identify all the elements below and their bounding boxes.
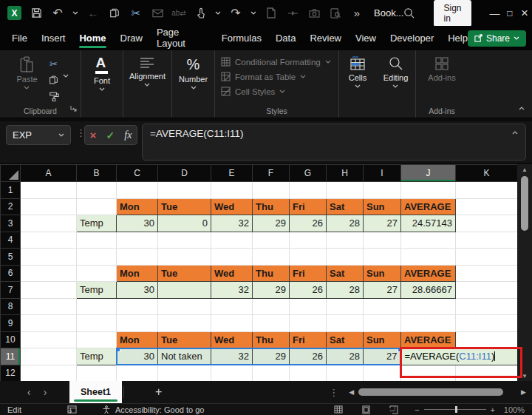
cell-F7[interactable]: 29 xyxy=(253,282,290,299)
sign-in-button[interactable]: Sign in xyxy=(434,0,471,27)
next-sheet-icon[interactable]: › xyxy=(37,386,53,398)
row-header-9[interactable]: 9 xyxy=(1,315,21,332)
enter-formula-icon[interactable]: ✓ xyxy=(106,129,115,141)
cell-E5[interactable] xyxy=(211,249,253,266)
tab-home[interactable]: Home xyxy=(79,27,106,50)
cell-B4[interactable] xyxy=(77,232,117,249)
cell-H12[interactable] xyxy=(327,365,364,382)
cell-F3[interactable]: 29 xyxy=(253,215,290,232)
cell-G9[interactable] xyxy=(290,315,327,332)
cell-H10[interactable]: Sat xyxy=(327,331,364,348)
share-button[interactable]: Share xyxy=(468,30,526,47)
cell-A10[interactable] xyxy=(21,331,77,348)
tab-formulas[interactable]: Formulas xyxy=(222,27,262,50)
cell-H9[interactable] xyxy=(327,315,364,332)
cell-H6[interactable]: Sat xyxy=(327,265,364,282)
cell-A1[interactable] xyxy=(21,182,77,199)
cell-A3[interactable] xyxy=(21,215,77,232)
sheet-bar-overflow[interactable]: ⋮ xyxy=(329,387,338,398)
row-header-4[interactable]: 4 xyxy=(1,232,21,249)
cell-E8[interactable] xyxy=(211,298,253,315)
tab-data[interactable]: Data xyxy=(276,27,296,50)
cell-styles-button[interactable]: Cell Styles xyxy=(221,87,331,96)
cell-D11[interactable]: Not taken xyxy=(158,348,211,365)
close-button[interactable]: × xyxy=(517,0,532,26)
cell-I1[interactable] xyxy=(364,182,401,199)
alignment-button[interactable]: Alignment xyxy=(125,55,170,88)
cell-A7[interactable] xyxy=(21,282,77,299)
zoom-slider-thumb[interactable] xyxy=(455,406,457,413)
tab-file[interactable]: File xyxy=(12,27,27,50)
cell-A2[interactable] xyxy=(21,198,77,215)
insert-function-icon[interactable]: fx xyxy=(124,129,132,141)
cell-G5[interactable] xyxy=(290,249,327,266)
search-icon[interactable] xyxy=(403,7,415,20)
conditional-formatting-button[interactable]: Conditional Formatting xyxy=(221,57,331,67)
tab-view[interactable]: View xyxy=(355,27,376,50)
cell-F5[interactable] xyxy=(253,249,290,266)
redo-icon[interactable]: ↷ xyxy=(229,7,242,20)
cell-E10[interactable]: Wed xyxy=(211,331,253,348)
cell-E3[interactable]: 32 xyxy=(211,215,253,232)
column-header-E[interactable]: E xyxy=(211,165,253,182)
cell-C4[interactable] xyxy=(117,232,158,249)
touch-mode-chevron-icon[interactable] xyxy=(215,11,221,15)
cell-F10[interactable]: Thu xyxy=(253,331,290,348)
cell-J2[interactable]: AVERAGE xyxy=(401,198,456,215)
formula-input[interactable]: =AVERAGE(C11:I11) xyxy=(142,124,526,161)
cell-B5[interactable] xyxy=(77,249,117,266)
undo-icon[interactable]: ↶ xyxy=(51,7,64,20)
cell-H11[interactable]: 28 xyxy=(327,348,364,365)
cell-D4[interactable] xyxy=(158,232,211,249)
cell-E12[interactable] xyxy=(211,365,253,382)
column-header-J[interactable]: J xyxy=(401,165,456,182)
cell-G6[interactable]: Fri xyxy=(290,265,327,282)
cell-E4[interactable] xyxy=(211,232,253,249)
cell-B3[interactable]: Temp xyxy=(77,215,117,232)
cell-K6[interactable] xyxy=(456,265,518,282)
cell-J4[interactable] xyxy=(401,232,456,249)
cell-A4[interactable] xyxy=(21,232,77,249)
cut-icon[interactable]: ✂ xyxy=(129,7,143,20)
cell-A11[interactable] xyxy=(21,348,77,365)
horizontal-scroll-track[interactable] xyxy=(357,388,518,397)
cell-K1[interactable] xyxy=(456,182,518,199)
cell-I2[interactable]: Sun xyxy=(364,198,401,215)
cell-C1[interactable] xyxy=(117,182,158,199)
font-button[interactable]: A Font xyxy=(89,55,115,92)
cell-J8[interactable] xyxy=(401,298,456,315)
cell-F9[interactable] xyxy=(253,315,290,332)
vertical-scroll-thumb[interactable] xyxy=(521,176,528,231)
cell-E9[interactable] xyxy=(211,315,253,332)
cell-H4[interactable] xyxy=(327,232,364,249)
cell-B8[interactable] xyxy=(77,298,117,315)
clipboard-dialog-launcher[interactable] xyxy=(69,101,77,115)
cell-H8[interactable] xyxy=(327,298,364,315)
add-sheet-button[interactable]: + xyxy=(155,385,162,399)
cell-J1[interactable] xyxy=(401,182,456,199)
row-header-3[interactable]: 3 xyxy=(1,215,21,232)
sheet-tab-sheet1[interactable]: Sheet1 xyxy=(69,381,122,403)
tab-draw[interactable]: Draw xyxy=(120,27,143,50)
format-as-table-button[interactable]: Format as Table xyxy=(221,72,331,81)
cancel-formula-icon[interactable]: × xyxy=(90,129,97,141)
cell-D8[interactable] xyxy=(158,298,211,315)
column-header-B[interactable]: B xyxy=(77,165,117,182)
cell-J5[interactable] xyxy=(401,249,456,266)
cell-B7[interactable]: Temp xyxy=(77,282,117,299)
scroll-left-icon[interactable]: ◀ xyxy=(349,388,354,396)
cell-I12[interactable] xyxy=(364,365,401,382)
cell-G1[interactable] xyxy=(290,182,327,199)
cell-B12[interactable] xyxy=(77,365,117,382)
column-header-A[interactable]: A xyxy=(21,165,77,182)
cell-I10[interactable]: Sun xyxy=(364,331,401,348)
tab-developer[interactable]: Developer xyxy=(390,27,434,50)
cell-I9[interactable] xyxy=(364,315,401,332)
column-header-G[interactable]: G xyxy=(290,165,327,182)
cell-B6[interactable] xyxy=(77,265,117,282)
column-header-F[interactable]: F xyxy=(253,165,290,182)
cell-F6[interactable]: Thu xyxy=(253,265,290,282)
zoom-out-icon[interactable]: − xyxy=(415,405,419,414)
cell-I8[interactable] xyxy=(364,298,401,315)
row-header-5[interactable]: 5 xyxy=(1,249,21,266)
